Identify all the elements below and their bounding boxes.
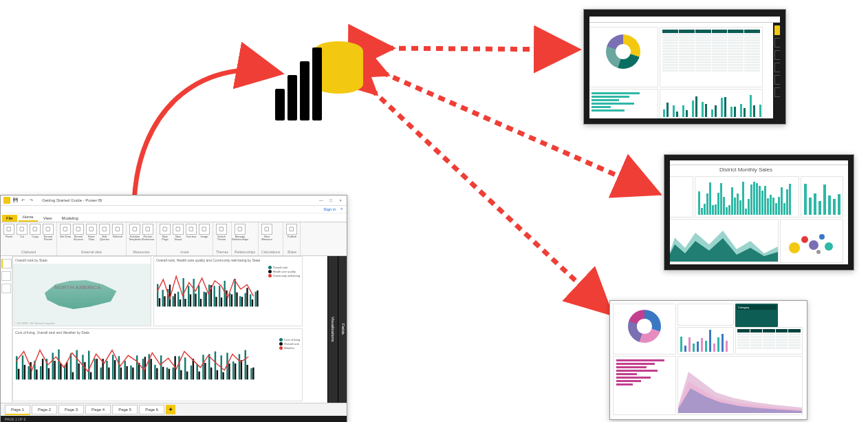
ribbon-button[interactable]: ▢Edit Queries [99, 224, 110, 241]
ribbon-button[interactable]: ▢Text box [186, 224, 197, 241]
ribbon-group: ▢New Page▢New Visual▢Text box▢ImageInser… [157, 222, 213, 255]
dashboard-b: District Monthly Sales [664, 154, 854, 271]
report-title: District Monthly Sales [719, 167, 772, 173]
svg-rect-117 [246, 365, 248, 379]
tile-bubble[interactable] [780, 219, 843, 263]
visualizations-pane[interactable]: Visualizations [327, 256, 338, 403]
ribbon-button[interactable]: ▢New Measure [261, 224, 272, 241]
rail-item[interactable] [774, 63, 784, 72]
svg-rect-52 [52, 352, 54, 379]
ribbon-button[interactable]: ▢Image [199, 224, 210, 241]
status-text: PAGE 1 OF 6 [5, 417, 25, 421]
page-tab[interactable]: Page 1 [5, 405, 30, 415]
legend-item: Cost of living [284, 338, 300, 341]
page-tab[interactable]: Page 6 [139, 405, 164, 414]
ribbon-button[interactable]: ▢New Visual [173, 224, 184, 241]
ribbon-tab-view[interactable]: View [39, 215, 56, 222]
report-canvas[interactable]: Overall rank by State NORTH AMERICA © 20… [12, 256, 347, 403]
ribbon-button[interactable]: ▢Get Data [60, 224, 71, 241]
svg-rect-106 [215, 351, 216, 379]
visual-map[interactable]: Overall rank by State NORTH AMERICA © 20… [12, 256, 151, 326]
ribbon-button[interactable]: ▢Paste [3, 224, 14, 241]
maximize-button[interactable]: □ [327, 198, 334, 202]
svg-rect-79 [132, 368, 133, 380]
tile-columns[interactable] [660, 89, 763, 120]
undo-icon[interactable]: ↶ [21, 198, 27, 203]
tile-hbars[interactable] [588, 89, 658, 120]
help-button[interactable]: ? [340, 207, 343, 211]
ribbon-button[interactable]: ▢Refresh [112, 224, 123, 241]
ribbon-button[interactable]: ▢Enter Data [86, 224, 97, 241]
tile-hbars[interactable] [613, 356, 676, 415]
tile-table[interactable] [660, 27, 763, 87]
account-bar: Sign in ? [1, 206, 347, 213]
svg-rect-32 [239, 296, 241, 306]
report-view-button[interactable] [1, 259, 12, 268]
power-bi-desktop-window: 💾 ↶ ↷ Getting Started Guide - Power BI —… [0, 195, 347, 422]
model-view-button[interactable] [1, 284, 11, 293]
ribbon-button[interactable]: ▢Manage Relationships [235, 224, 246, 241]
redo-icon[interactable]: ↷ [30, 198, 35, 203]
add-page-button[interactable]: + [166, 405, 175, 414]
app-icon [3, 197, 10, 204]
ribbon-group: ▢Switch ThemeThemes [213, 222, 232, 255]
ribbon-button[interactable]: ▢Solution Templates [129, 224, 140, 241]
tile-area[interactable] [677, 356, 803, 415]
page-tab[interactable]: Page 3 [58, 405, 84, 414]
ribbon-button[interactable]: ▢Partner Showcase [142, 224, 153, 241]
rail-item[interactable] [774, 50, 784, 60]
tile-table[interactable] [735, 327, 803, 355]
visual-combo-2[interactable]: Cost of living, Overall rank and Weather… [12, 328, 303, 401]
data-view-button[interactable] [1, 271, 11, 281]
ribbon-button[interactable]: ▢Switch Theme [216, 224, 227, 241]
close-button[interactable]: × [777, 11, 781, 15]
ribbon-button[interactable]: ▢Copy [30, 224, 41, 241]
svg-rect-80 [136, 355, 138, 379]
ribbon-button[interactable]: ▢New Page [160, 224, 171, 241]
window-title: Getting Started Guide - Power BI [38, 198, 315, 202]
tile-kpi[interactable]: Category [735, 304, 778, 327]
svg-rect-60 [76, 350, 78, 380]
page-tab[interactable]: Page 2 [32, 405, 57, 414]
tile-bar-chart[interactable] [695, 176, 799, 218]
tile-slicer[interactable] [667, 176, 693, 218]
maximize-button[interactable]: □ [770, 11, 774, 15]
legend-item: Overall rank [273, 266, 288, 269]
page-tab[interactable]: Page 5 [112, 405, 138, 414]
minimize-button[interactable]: — [763, 11, 768, 15]
ribbon-button[interactable]: ▢Format Painter [43, 224, 54, 241]
logo-bar-4 [312, 48, 322, 120]
svg-rect-18 [204, 292, 205, 307]
ribbon-group: ▢New MeasureCalculations [259, 222, 283, 255]
sign-in-link[interactable]: Sign in [323, 207, 336, 211]
ribbon-tab-file[interactable]: File [2, 215, 17, 222]
legend-item: Weather [284, 346, 294, 350]
rail-item[interactable] [774, 75, 784, 85]
close-button[interactable]: × [337, 198, 344, 202]
tile-bar-small[interactable] [801, 176, 843, 218]
tile-area[interactable] [667, 219, 779, 263]
ribbon-button[interactable]: ▢Publish [286, 224, 297, 238]
visual-combo-1[interactable]: Overall rank, Health care quality and Co… [153, 256, 303, 326]
ribbon-button[interactable]: ▢Recent Sources [73, 224, 84, 241]
tile-text[interactable] [677, 304, 734, 326]
svg-rect-12 [188, 286, 189, 306]
ribbon-button[interactable]: ▢Cut [17, 224, 28, 241]
svg-rect-28 [229, 293, 230, 307]
tile-bar[interactable] [677, 327, 734, 355]
page-tab[interactable]: Page 4 [85, 405, 111, 414]
minimize-button[interactable]: — [318, 198, 325, 202]
ribbon-tab-modeling[interactable]: Modeling [58, 215, 83, 222]
svg-rect-24 [219, 286, 220, 306]
svg-rect-75 [120, 368, 122, 380]
tile-donut[interactable] [613, 304, 676, 355]
rail-item[interactable] [774, 38, 784, 48]
rail-item[interactable] [774, 87, 784, 97]
svg-rect-29 [231, 295, 232, 307]
svg-rect-35 [246, 288, 248, 306]
ribbon-tab-home[interactable]: Home [19, 213, 38, 222]
rail-item[interactable] [774, 25, 784, 35]
fields-pane[interactable]: Fields [338, 256, 347, 403]
save-icon[interactable]: 💾 [13, 198, 19, 203]
tile-donut[interactable] [588, 27, 658, 87]
